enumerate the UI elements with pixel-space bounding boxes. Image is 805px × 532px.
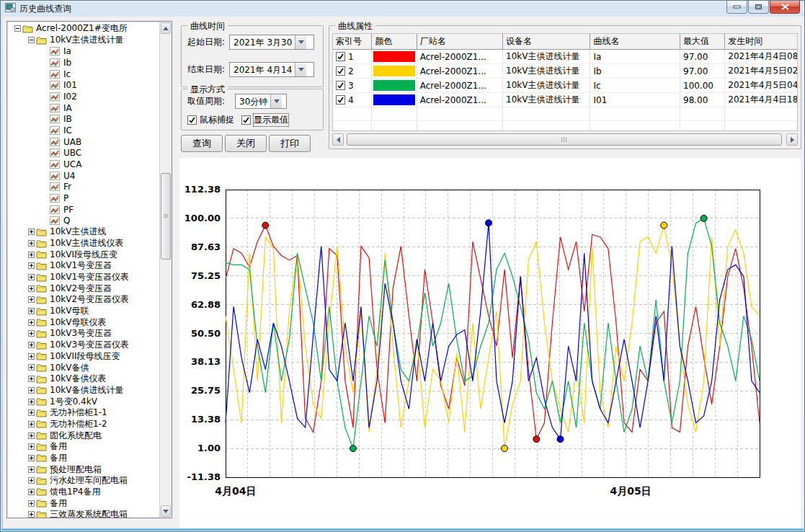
tree-expander[interactable] — [27, 308, 36, 314]
tree-item[interactable]: 无功补偿柜1-2 — [7, 419, 159, 430]
curve-chart[interactable]: 112.38100.0087.6375.2562.8850.5038.1325.… — [179, 158, 801, 528]
tree-expander[interactable] — [27, 433, 36, 439]
tree-item[interactable]: 10kV母联仪表 — [7, 316, 159, 328]
print-button[interactable]: 打印 — [269, 135, 311, 152]
tree-item[interactable]: 备用 — [7, 453, 159, 464]
table-scrollbar-thumb[interactable] — [347, 133, 782, 146]
tree-expander[interactable] — [27, 296, 36, 303]
tree-item[interactable]: 10kV备供 — [7, 362, 159, 373]
column-header[interactable]: 发生时间 — [725, 34, 798, 50]
tree-expander[interactable] — [27, 477, 36, 484]
tree-item[interactable]: 10kVI段母线压变 — [7, 249, 159, 260]
tree-item[interactable]: IA — [7, 102, 159, 114]
close-dialog-button[interactable]: 关闭 — [225, 135, 267, 152]
query-button[interactable]: 查询 — [181, 135, 223, 152]
scroll-left-button[interactable] — [332, 133, 344, 146]
start-date-combobox[interactable]: 2021年 3月30 — [229, 35, 314, 50]
tree-item[interactable]: Q — [7, 215, 159, 226]
tree-expander[interactable] — [27, 387, 36, 394]
tree-expander[interactable] — [27, 240, 36, 247]
tree-expander[interactable] — [27, 262, 36, 269]
tree-item[interactable]: 10kV1号变压器 — [7, 260, 159, 272]
tree-item[interactable]: 10kV母联 — [7, 306, 159, 317]
minimize-button[interactable] — [726, 1, 747, 14]
tree-expander[interactable] — [27, 285, 36, 292]
tree-item[interactable]: 10kV主供进线计量 — [7, 35, 159, 46]
tree-item[interactable]: P — [7, 192, 159, 204]
close-button[interactable] — [770, 1, 800, 14]
table-row[interactable]: 1Acrel-2000Z1...10kV主供进线计量Ia97.002021年4月… — [333, 50, 798, 64]
tree-item[interactable]: 10kV主供进线仪表 — [7, 238, 159, 249]
tree-item[interactable]: 备用 — [7, 497, 159, 509]
tree-expander[interactable] — [27, 319, 36, 326]
tree-item[interactable]: IB — [7, 113, 159, 125]
end-date-dropdown-button[interactable] — [295, 63, 306, 76]
tree-expander[interactable] — [27, 443, 36, 450]
tree-expander[interactable] — [27, 364, 36, 371]
tree-scrollbar-thumb[interactable] — [161, 173, 171, 260]
mouse-capture-checkbox[interactable] — [187, 115, 197, 125]
tree-expander[interactable] — [27, 489, 36, 495]
tree-item[interactable]: I01 — [7, 79, 159, 91]
tree-expander[interactable] — [27, 229, 36, 235]
tree-item[interactable]: UCA — [7, 159, 159, 170]
tree-expander[interactable] — [27, 421, 36, 427]
tree-item[interactable]: 三效蒸发系统配电箱 — [7, 509, 159, 518]
column-header[interactable]: 索引号 — [333, 34, 372, 50]
tree-item[interactable]: Ib — [7, 57, 159, 68]
end-date-combobox[interactable]: 2021年 4月14 — [229, 62, 314, 77]
tree-item[interactable]: Ic — [7, 68, 159, 80]
show-extremes-checkbox[interactable] — [241, 115, 251, 125]
tree-item[interactable]: IC — [7, 125, 159, 136]
tree-expander[interactable] — [27, 330, 36, 337]
tree-item[interactable]: 1号变0.4kV — [7, 396, 159, 407]
tree-item[interactable]: 固化系统配电 — [7, 430, 159, 441]
tree-item[interactable]: U4 — [7, 170, 159, 182]
tree-expander[interactable] — [13, 25, 22, 32]
tree-item[interactable]: 10kV2号变压器 — [7, 283, 159, 294]
period-combobox[interactable]: 30分钟 — [235, 94, 287, 109]
tree-item[interactable]: Fr — [7, 181, 159, 192]
column-header[interactable]: 设备名 — [503, 34, 590, 50]
scroll-right-button[interactable] — [786, 133, 798, 146]
tree-expander[interactable] — [27, 274, 36, 280]
tree-item[interactable]: UBC — [7, 147, 159, 159]
tree-expander[interactable] — [27, 500, 36, 507]
tree-expander[interactable] — [27, 376, 36, 382]
tree-expander[interactable] — [27, 353, 36, 360]
tree-expander[interactable] — [27, 252, 36, 258]
start-date-dropdown-button[interactable] — [295, 35, 306, 49]
table-row[interactable]: 4Acrel-2000Z1...10kV主供进线计量I0198.002021年4… — [333, 93, 798, 107]
column-header[interactable]: 曲线名 — [590, 34, 680, 50]
tree-expander[interactable] — [27, 37, 36, 43]
column-header[interactable]: 最大值 — [680, 34, 725, 50]
maximize-button[interactable] — [748, 1, 769, 14]
tree-expander[interactable] — [27, 342, 36, 348]
tree-expander[interactable] — [27, 511, 36, 518]
tree-vertical-scrollbar[interactable] — [159, 22, 172, 518]
tree-item[interactable]: PF — [7, 204, 159, 216]
scroll-up-button[interactable] — [161, 22, 171, 34]
tree-item[interactable]: 备用 — [7, 441, 159, 453]
tree-item[interactable]: 10kV2号变压器仪表 — [7, 294, 159, 306]
table-row[interactable]: 2Acrel-2000Z1...10kV主供进线计量Ib97.002021年4月… — [333, 64, 798, 79]
tree-expander[interactable] — [27, 409, 36, 416]
table-row[interactable]: 3Acrel-2000Z1...10kV主供进线计量Ic100.002021年4… — [333, 79, 798, 93]
tree-item[interactable]: 10kV备供进线计量 — [7, 385, 159, 396]
table-horizontal-scrollbar[interactable] — [332, 133, 798, 146]
tree-item[interactable]: 10kVII段母线压变 — [7, 350, 159, 362]
tree-item[interactable]: Acrel-2000Z1#变电所 — [7, 23, 159, 35]
tree-item[interactable]: 10kV备供仪表 — [7, 373, 159, 385]
tree-item[interactable]: 无功补偿柜1-1 — [7, 407, 159, 419]
tree-item[interactable]: I02 — [7, 91, 159, 102]
row-checkbox[interactable] — [336, 52, 345, 61]
tree-item[interactable]: 馈电1P4备用 — [7, 487, 159, 498]
tree-item[interactable]: 10kV1号变压器仪表 — [7, 272, 159, 283]
tree-item[interactable]: 预处理配电箱 — [7, 464, 159, 475]
column-header[interactable]: 颜色 — [372, 34, 417, 50]
tree-item[interactable]: Ia — [7, 45, 159, 57]
tree-item[interactable]: 10kV3号变压器仪表 — [7, 340, 159, 351]
tree-expander[interactable] — [27, 399, 36, 405]
tree-item[interactable]: UAB — [7, 136, 159, 148]
row-checkbox[interactable] — [336, 66, 345, 76]
